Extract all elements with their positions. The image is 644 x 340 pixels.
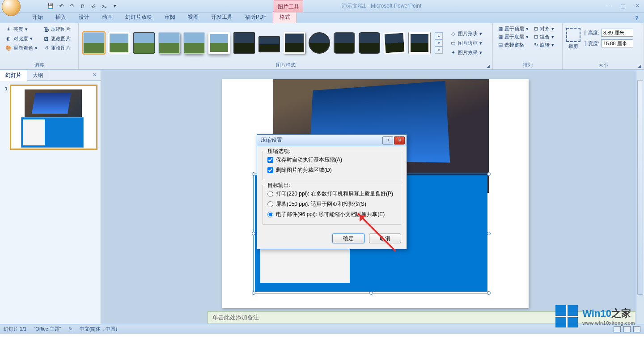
ribbon-tabs: 开始 插入 设计 动画 幻灯片放映 审阅 视图 开发工具 福昕PDF 格式 ? (0, 13, 644, 23)
qat-more[interactable]: ▾ (111, 2, 119, 10)
status-language[interactable]: 中文(简体，中国) (80, 326, 117, 332)
qat-undo[interactable]: ↶ (57, 2, 65, 10)
picture-style-13[interactable] (383, 31, 406, 54)
panel-tabs: 幻灯片 大纲 ✕ (0, 70, 101, 81)
group-adjust-label: 调整 (4, 61, 75, 68)
tab-outline[interactable]: 大纲 (27, 70, 49, 81)
context-tab-picture-tools: 图片工具 (274, 0, 303, 13)
tab-slides[interactable]: 幻灯片 (0, 70, 27, 81)
group-size: 裁剪 ⟦高度: ⟧宽度: 大小◢ (563, 23, 644, 69)
picture-shape-button[interactable]: ◇图片形状 ▾ (448, 30, 484, 38)
resize-handle-e[interactable] (487, 232, 491, 235)
tab-home[interactable]: 开始 (26, 12, 49, 23)
tab-review[interactable]: 审阅 (158, 12, 182, 23)
group-arrange: ▦置于顶层 ▾ ▦置于底层 ▾ ▤选择窗格 ⊟对齐 ▾ ⊞组合 ▾ ↻旋转 ▾ … (493, 23, 563, 69)
picture-style-5[interactable] (183, 32, 205, 54)
styles-launcher-icon[interactable]: ◢ (487, 64, 490, 68)
change-picture-button[interactable]: 🖼更改图片 (41, 34, 72, 43)
resize-handle-w[interactable] (252, 232, 255, 235)
minimize-button[interactable]: — (604, 2, 614, 9)
group-button[interactable]: ⊞组合 ▾ (532, 33, 556, 41)
resize-handle-se[interactable] (487, 291, 491, 295)
status-theme: "Office 主题" (34, 326, 61, 332)
qat-save[interactable]: 💾 (47, 2, 55, 10)
dialog-close-button[interactable]: ✕ (394, 136, 405, 144)
contrast-button[interactable]: ◐对比度 ▾ (4, 34, 39, 43)
picture-style-8[interactable] (258, 36, 280, 52)
dialog-title: 压缩设置 (261, 136, 382, 144)
panel-close-icon[interactable]: ✕ (89, 70, 101, 81)
picture-style-10[interactable] (309, 32, 330, 54)
target-output-group: 目标输出: 打印(220 ppi): 在多数打印机和屏幕上质量良好(P) 屏幕(… (263, 185, 401, 225)
compress-options-group: 压缩选项: 保存时自动执行基本压缩(A) 删除图片的剪裁区域(D) (263, 151, 401, 180)
screen-radio[interactable]: 屏幕(150 ppi): 适用于网页和投影仪(S) (267, 199, 396, 209)
resize-handle-sw[interactable] (252, 291, 255, 295)
target-output-legend: 目标输出: (266, 182, 292, 189)
help-icon[interactable]: ? (635, 15, 639, 23)
picture-effects-button[interactable]: ✦图片效果 ▾ (448, 48, 484, 57)
print-radio[interactable]: 打印(220 ppi): 在多数打印机和屏幕上质量良好(P) (267, 189, 396, 199)
recolor-button[interactable]: 🎨重新着色 ▾ (4, 44, 39, 52)
picture-style-3[interactable] (133, 32, 155, 54)
qat-subscript[interactable]: x₂ (100, 2, 108, 10)
qat-superscript[interactable]: x² (89, 2, 97, 10)
tab-design[interactable]: 设计 (72, 12, 96, 23)
slide-number: 1 (5, 86, 8, 91)
dialog-help-button[interactable]: ? (382, 136, 393, 144)
tab-insert[interactable]: 插入 (49, 12, 72, 23)
tab-foxit-pdf[interactable]: 福昕PDF (239, 12, 273, 23)
size-launcher-icon[interactable]: ◢ (638, 64, 641, 68)
picture-border-button[interactable]: ▭图片边框 ▾ (448, 39, 484, 47)
ok-button[interactable]: 确定 (332, 234, 364, 243)
picture-style-1[interactable] (83, 32, 105, 54)
height-input[interactable] (601, 29, 633, 37)
window-title: 演示文稿1 - Microsoft PowerPoint (119, 2, 644, 10)
send-to-back-button[interactable]: ▦置于底层 ▾ (496, 33, 530, 41)
styles-gallery-scroll[interactable]: ▴▾▿ (435, 32, 443, 54)
resize-handle-nw[interactable] (252, 172, 255, 176)
qat-redo[interactable]: ↷ (68, 2, 76, 10)
width-input[interactable] (601, 39, 633, 47)
picture-style-7[interactable] (233, 32, 255, 54)
picture-style-4[interactable] (158, 32, 180, 54)
email-radio[interactable]: 电子邮件(96 ppi): 尽可能缩小文档以便共享(E) (267, 209, 396, 220)
qat-new[interactable]: 🗋 (79, 2, 87, 10)
tab-animation[interactable]: 动画 (96, 12, 119, 23)
ribbon-body: ☀亮度 ▾ ◐对比度 ▾ 🎨重新着色 ▾ 🗜压缩图片 🖼更改图片 ↺重设图片 调… (0, 23, 644, 70)
maximize-button[interactable]: ▢ (618, 2, 628, 9)
auto-compress-checkbox[interactable]: 保存时自动执行基本压缩(A) (267, 155, 396, 165)
vertical-scrollbar[interactable] (636, 70, 644, 324)
resize-handle-ne[interactable] (487, 172, 491, 176)
picture-style-2[interactable] (108, 32, 130, 54)
slides-panel: 幻灯片 大纲 ✕ 1 (0, 70, 101, 324)
tab-view[interactable]: 视图 (182, 12, 205, 23)
group-arrange-label: 排列 (496, 61, 559, 68)
tab-format[interactable]: 格式 (273, 11, 297, 23)
picture-style-6[interactable] (208, 32, 230, 54)
tab-slideshow[interactable]: 幻灯片放映 (119, 12, 158, 23)
picture-style-11[interactable] (334, 32, 355, 54)
brightness-button[interactable]: ☀亮度 ▾ (4, 25, 39, 34)
resize-handle-s[interactable] (369, 291, 373, 295)
tab-developer[interactable]: 开发工具 (205, 12, 239, 23)
compress-settings-dialog: 压缩设置 ? ✕ 压缩选项: 保存时自动执行基本压缩(A) 删除图片的剪裁区域(… (257, 134, 407, 249)
selection-pane-button[interactable]: ▤选择窗格 (496, 41, 530, 49)
delete-crop-checkbox[interactable]: 删除图片的剪裁区域(D) (267, 165, 396, 175)
picture-style-14[interactable] (409, 32, 430, 54)
bring-to-front-button[interactable]: ▦置于顶层 ▾ (496, 25, 530, 33)
compress-picture-button[interactable]: 🗜压缩图片 (41, 25, 72, 34)
slide-thumbnail-1[interactable]: 1 (10, 85, 97, 150)
watermark-logo-icon (555, 305, 578, 327)
spellcheck-icon[interactable]: ✎ (68, 326, 72, 332)
reset-picture-button[interactable]: ↺重设图片 (41, 44, 72, 52)
quick-access-toolbar: 💾 ↶ ↷ 🗋 x² x₂ ▾ (47, 2, 119, 10)
close-button[interactable]: ✕ (632, 2, 642, 9)
align-button[interactable]: ⊟对齐 ▾ (532, 25, 556, 33)
dialog-titlebar[interactable]: 压缩设置 ? ✕ (257, 135, 407, 146)
group-picture-styles: ▴▾▿ ◇图片形状 ▾ ▭图片边框 ▾ ✦图片效果 ▾ 图片样式◢ (79, 23, 493, 69)
picture-style-9[interactable] (284, 32, 305, 54)
height-label: 高度: (588, 30, 599, 36)
picture-style-12[interactable] (359, 32, 380, 54)
crop-button[interactable]: 裁剪 (566, 28, 580, 50)
rotate-button[interactable]: ↻旋转 ▾ (532, 41, 556, 49)
